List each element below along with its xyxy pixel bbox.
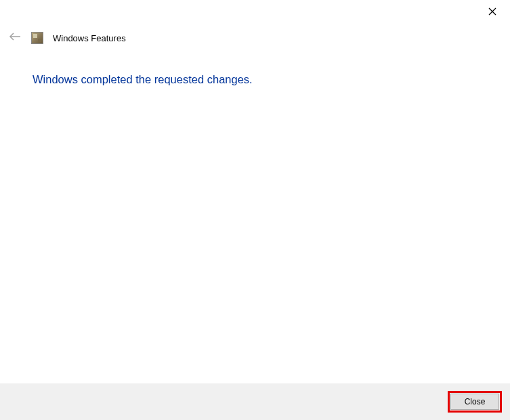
close-button[interactable]: Close <box>450 394 499 410</box>
windows-features-icon <box>31 32 43 44</box>
window-close-button[interactable] <box>487 7 498 18</box>
header-row: Windows Features <box>8 31 126 45</box>
close-icon <box>488 6 496 18</box>
window-title: Windows Features <box>53 33 126 43</box>
back-arrow-icon <box>9 32 21 44</box>
close-button-highlight: Close <box>448 391 502 413</box>
footer-bar: Close <box>0 383 510 420</box>
back-button <box>8 31 22 45</box>
status-message: Windows completed the requested changes. <box>33 73 253 86</box>
